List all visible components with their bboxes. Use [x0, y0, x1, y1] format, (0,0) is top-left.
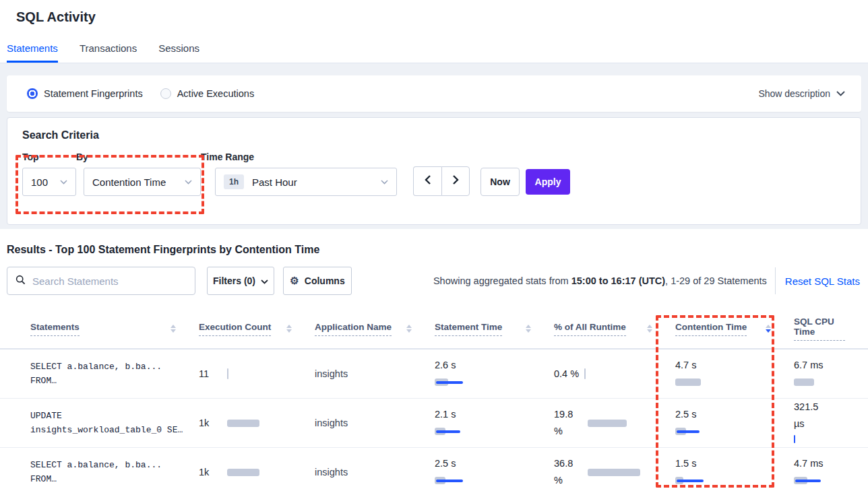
statement-time-bar	[435, 475, 445, 486]
runtime-percent-bar	[588, 467, 640, 477]
top-label: Top	[22, 152, 76, 162]
search-criteria-title: Search Criteria	[22, 129, 846, 141]
time-range-select[interactable]: 1h Past Hour	[215, 168, 397, 196]
time-range-pager	[413, 166, 470, 196]
execution-count-bar	[227, 418, 259, 428]
next-time-button[interactable]	[441, 166, 470, 196]
sort-icons	[526, 325, 531, 333]
radio-statement-fingerprints[interactable]: Statement Fingerprints	[27, 88, 143, 99]
by-select[interactable]: Contention Time	[84, 168, 201, 196]
runtime-percent-bar	[588, 418, 627, 428]
filters-button-label: Filters (0)	[213, 275, 255, 286]
results-toolbar: Filters (0) ⚙ Columns Showing aggregated…	[7, 267, 861, 295]
chevron-down-icon	[836, 91, 845, 96]
execution-count-value: 1k	[199, 467, 227, 477]
columns-button[interactable]: ⚙ Columns	[283, 267, 352, 295]
table-row: SELECT a.balance, b.ba... FROM… 11 insig…	[0, 350, 868, 399]
search-statements-box[interactable]	[7, 267, 195, 295]
application-name: insights	[315, 467, 348, 477]
statement-time-bar	[435, 377, 448, 388]
contention-time-cell: 1.5 s	[675, 457, 794, 487]
chevron-down-icon	[261, 275, 268, 286]
radio-unselected-icon	[160, 88, 171, 99]
time-range-value: Past Hour	[252, 176, 297, 188]
time-range-label: Time Range	[201, 152, 397, 162]
top-select-value: 100	[31, 176, 48, 188]
show-description-toggle[interactable]: Show description	[758, 88, 845, 99]
sort-icons	[286, 325, 292, 333]
sort-icons	[647, 325, 652, 333]
tab-statements[interactable]: Statements	[7, 42, 58, 63]
filters-button[interactable]: Filters (0)	[207, 267, 274, 295]
filters-band: Statement Fingerprints Active Executions…	[0, 63, 868, 229]
contention-time-bar	[675, 426, 686, 437]
search-statements-input[interactable]	[32, 275, 187, 287]
statement-time-bar	[435, 426, 445, 437]
statements-table: Statements Execution Count Application N…	[0, 309, 868, 495]
statement-time-cell: 2.1 s	[435, 408, 554, 438]
runtime-percent-cell: 19.8 %	[554, 406, 675, 439]
radio-label: Statement Fingerprints	[44, 88, 143, 99]
top-field: Top 100	[22, 152, 76, 196]
sql-cpu-time-bar	[794, 475, 807, 486]
now-button[interactable]: Now	[480, 168, 520, 196]
runtime-percent-cell: 0.4 %	[554, 366, 675, 383]
top-select[interactable]: 100	[22, 168, 76, 196]
chevron-down-icon	[381, 180, 388, 185]
column-header-sql-cpu-time[interactable]: SQL CPU Time	[794, 317, 868, 341]
showing-stats-text: Showing aggregated stats from 15:00 to 1…	[433, 275, 767, 286]
apply-button[interactable]: Apply	[526, 169, 570, 195]
prev-time-button[interactable]	[413, 166, 441, 196]
column-header-application-name[interactable]: Application Name	[315, 322, 435, 336]
chevron-down-icon	[60, 180, 67, 185]
contention-time-cell: 2.5 s	[675, 408, 794, 438]
tab-transactions[interactable]: Transactions	[80, 42, 137, 63]
chevron-down-icon	[185, 180, 192, 185]
statement-link[interactable]: SELECT a.balance, b.ba... FROM…	[30, 360, 199, 388]
by-label: By	[76, 152, 201, 162]
table-row: SELECT a.balance, b.ba... FROM… 1k insig…	[0, 448, 868, 495]
search-criteria-card: Search Criteria Top 100 By Contention Ti…	[7, 117, 861, 225]
time-range-field: Time Range 1h Past Hour	[201, 152, 397, 196]
radio-label: Active Executions	[177, 88, 254, 99]
radio-active-executions[interactable]: Active Executions	[160, 88, 254, 99]
column-header-execution-count[interactable]: Execution Count	[199, 322, 315, 336]
show-description-label: Show description	[758, 88, 830, 99]
page-title: SQL Activity	[16, 9, 868, 25]
statement-link[interactable]: UPDATE insights_workload_table_0 SE…	[30, 409, 199, 437]
statement-link[interactable]: SELECT a.balance, b.ba... FROM…	[30, 458, 199, 486]
contention-time-bar	[675, 377, 701, 388]
runtime-percent-bar	[584, 368, 586, 379]
column-header-statements[interactable]: Statements	[7, 322, 199, 336]
search-icon	[16, 275, 26, 288]
sql-cpu-time-bar	[794, 434, 795, 444]
results-heading: Results - Top 100 Statement Fingerprints…	[7, 244, 868, 256]
contention-time-bar	[675, 475, 683, 486]
page-header: SQL Activity Statements Transactions Ses…	[0, 0, 868, 63]
runtime-percent-cell: 36.8 %	[554, 455, 675, 488]
execution-count-bar	[227, 368, 228, 379]
reset-sql-stats-link[interactable]: Reset SQL Stats	[785, 275, 860, 287]
sort-icons-active-desc	[766, 325, 771, 333]
table-header-row: Statements Execution Count Application N…	[0, 309, 868, 350]
sort-icons	[406, 325, 412, 333]
column-header-contention-time[interactable]: Contention Time	[675, 322, 794, 336]
column-header-runtime-percent[interactable]: % of All Runtime	[554, 322, 675, 336]
sql-cpu-time-cell: 321.5 µs	[794, 399, 868, 447]
by-field: By Contention Time	[76, 152, 201, 196]
execution-count-value: 11	[199, 368, 227, 379]
statement-time-cell: 2.6 s	[435, 359, 554, 389]
chevron-left-icon	[425, 175, 431, 187]
columns-button-label: Columns	[305, 275, 345, 286]
application-name: insights	[315, 418, 348, 428]
table-row: UPDATE insights_workload_table_0 SE… 1k …	[0, 399, 868, 448]
column-header-statement-time[interactable]: Statement Time	[435, 322, 554, 336]
vertical-divider	[775, 267, 776, 294]
sort-icons	[170, 325, 176, 333]
execution-count-bar	[227, 467, 259, 477]
execution-count-value: 1k	[199, 418, 227, 428]
sql-cpu-time-cell: 6.7 ms	[794, 359, 868, 389]
tab-sessions[interactable]: Sessions	[158, 42, 199, 63]
by-select-value: Contention Time	[92, 176, 166, 188]
sql-cpu-time-bar	[794, 377, 814, 388]
